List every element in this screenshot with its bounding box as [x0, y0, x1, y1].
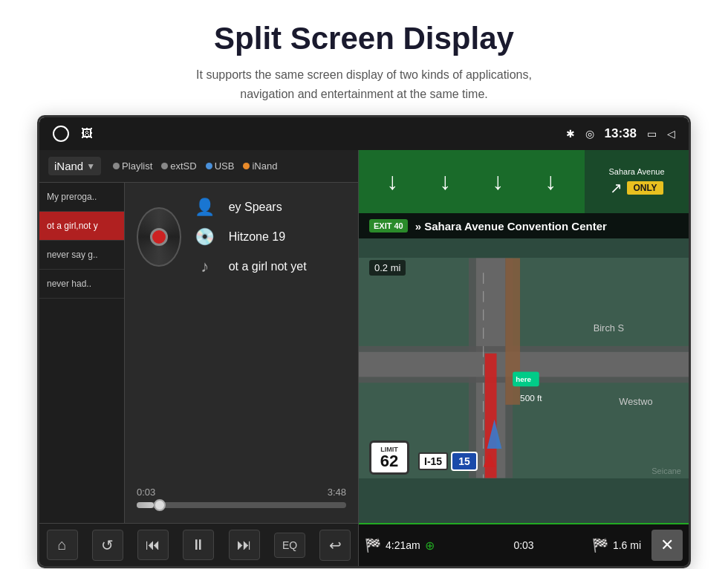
progress-times: 0:03 3:48 — [137, 487, 346, 498]
eq-button[interactable]: EQ — [274, 533, 305, 558]
page-header: Split Screen Display It supports the sam… — [0, 0, 728, 115]
track-info: 👤 ey Spears 💿 Hitzone 19 ♪ ot a girl not — [137, 198, 346, 276]
disc-icon: 💿 — [193, 227, 217, 247]
svg-text:Birch S: Birch S — [594, 322, 624, 334]
progress-area[interactable]: 0:03 3:48 — [137, 479, 346, 516]
highway-prefix: I-15 — [418, 452, 448, 470]
playlist-option[interactable]: Playlist — [113, 160, 152, 172]
media-panel: iNand ▼ Playlist extSD USB iNand — [39, 150, 359, 566]
circle-icon — [53, 126, 69, 142]
page-title: Split Screen Display — [30, 21, 698, 56]
extsd-option[interactable]: extSD — [161, 160, 196, 172]
clock-icon: ⊕ — [425, 539, 435, 553]
progress-fill — [137, 502, 154, 508]
track-details: 👤 ey Spears 💿 Hitzone 19 ♪ ot a girl not — [193, 198, 346, 276]
arrow-down-3: ↓ — [493, 168, 504, 195]
track-name: ot a girl not yet — [229, 260, 307, 273]
person-icon: 👤 — [193, 198, 217, 217]
sign-arrow-right: ↗ — [610, 179, 623, 197]
radio-dot-inand — [243, 163, 250, 169]
artist-row: 👤 ey Spears 💿 Hitzone 19 ♪ ot a girl not — [137, 198, 346, 276]
player-center: 👤 ey Spears 💿 Hitzone 19 ♪ ot a girl not — [125, 183, 358, 523]
arrow-down-2: ↓ — [440, 168, 452, 195]
arrow-down-4: ↓ — [545, 168, 557, 195]
time-current: 0:03 — [137, 487, 155, 498]
svg-text:here: here — [516, 375, 531, 383]
artist-info-row: 👤 ey Spears — [193, 198, 346, 217]
disc-center — [150, 228, 168, 246]
list-item[interactable]: never had.. — [39, 270, 124, 299]
exit-sign-area: EXIT 40 » Sahara Avenue Convention Cente… — [359, 213, 689, 238]
exit-badge: EXIT 40 — [369, 219, 408, 233]
highway-badge: I-15 15 — [418, 452, 478, 471]
source-label: iNand — [54, 160, 83, 172]
album-name: Hitzone 19 — [229, 230, 286, 244]
album-info-row: 💿 Hitzone 19 — [193, 227, 346, 247]
status-time: 13:38 — [605, 126, 637, 141]
page-subtitle: It supports the same screen display of t… — [30, 65, 698, 103]
artist-name: ey Spears — [229, 201, 282, 214]
distance-value: 0.2 mi — [374, 262, 400, 273]
playlist-area: My preroga.. ot a girl,not y never say g… — [39, 183, 358, 523]
back-icon: ◁ — [667, 128, 675, 140]
eta-time: 4:21am — [386, 539, 420, 551]
source-dropdown[interactable]: iNand ▼ — [48, 157, 101, 175]
progress-thumb[interactable] — [154, 499, 166, 511]
bluetooth-icon: ✱ — [566, 128, 575, 140]
inand-option[interactable]: iNand — [243, 160, 277, 172]
checkered-flag-icon-2: 🏁 — [592, 537, 608, 553]
progress-bar[interactable] — [137, 502, 346, 508]
home-button[interactable]: ⌂ — [47, 530, 78, 560]
radio-dot-extsd — [161, 163, 168, 169]
list-item[interactable]: never say g.. — [39, 241, 124, 270]
exit-destination: » Sahara Avenue Convention Center — [415, 220, 607, 233]
trip-dist-block: 🏁 1.6 mi ✕ — [576, 530, 683, 561]
repeat-button[interactable]: ↺ — [92, 530, 123, 561]
speed-limit-box: LIMIT 62 — [369, 440, 409, 475]
source-options: Playlist extSD USB iNand — [113, 160, 277, 172]
nav-bottom-bar: 🏁 4:21am ⊕ 0:03 🏁 1.6 mi ✕ — [359, 523, 689, 566]
source-bar: iNand ▼ Playlist extSD USB iNand — [39, 150, 358, 183]
trip-time-block: 0:03 — [471, 539, 577, 551]
trip-distance: 1.6 mi — [613, 539, 641, 551]
main-content: iNand ▼ Playlist extSD USB iNand — [39, 150, 689, 566]
location-icon: ◎ — [585, 128, 594, 140]
music-icon: ♪ — [193, 257, 217, 276]
green-sign: ↓ ↓ ↓ ↓ — [359, 150, 585, 213]
back-button[interactable]: ↩ — [319, 530, 351, 561]
image-icon: 🖼 — [81, 127, 93, 140]
nav-map: ↓ ↓ ↓ ↓ Sahara Avenue ↗ ONLY — [359, 150, 689, 523]
prev-button[interactable]: ⏮ — [137, 530, 169, 560]
list-item[interactable]: ot a girl,not y — [39, 212, 124, 241]
trip-time: 0:03 — [513, 539, 533, 551]
album-art — [137, 207, 181, 267]
nav-signs-top: ↓ ↓ ↓ ↓ Sahara Avenue ↗ ONLY — [359, 150, 689, 213]
distance-indicator: 0.2 mi — [369, 260, 406, 276]
svg-text:Westwo: Westwo — [619, 396, 652, 407]
pause-button[interactable]: ⏸ — [183, 530, 214, 560]
svg-text:500 ft: 500 ft — [520, 393, 542, 403]
speed-value: 62 — [371, 453, 407, 469]
playlist-list: My preroga.. ot a girl,not y never say g… — [39, 183, 125, 523]
next-button[interactable]: ⏭ — [229, 530, 260, 560]
radio-dot-usb — [206, 163, 212, 169]
status-left: 🖼 — [53, 126, 93, 142]
screen-icon: ▭ — [647, 128, 657, 140]
sign-sahara-text: Sahara Avenue — [608, 167, 664, 176]
arrow-down-1: ↓ — [387, 168, 399, 195]
eta-block: 🏁 4:21am ⊕ — [365, 537, 471, 553]
watermark: Seicane — [651, 466, 681, 475]
status-bar: 🖼 ✱ ◎ 13:38 ▭ ◁ — [39, 117, 689, 150]
list-item[interactable]: My preroga.. — [39, 183, 124, 212]
track-info-row: ♪ ot a girl not yet — [193, 257, 346, 276]
chevron-down-icon: ▼ — [86, 161, 95, 172]
device-frame: 🖼 ✱ ◎ 13:38 ▭ ◁ iNand ▼ Playlist — [37, 115, 691, 568]
sign-right: Sahara Avenue ↗ ONLY — [585, 150, 689, 213]
only-badge: ONLY — [627, 181, 663, 195]
radio-dot-playlist — [113, 163, 120, 169]
time-total: 3:48 — [328, 487, 346, 498]
usb-option[interactable]: USB — [206, 160, 235, 172]
nav-close-button[interactable]: ✕ — [651, 530, 683, 561]
status-right: ✱ ◎ 13:38 ▭ ◁ — [566, 126, 675, 141]
controls-bar: ⌂ ↺ ⏮ ⏸ ⏭ EQ ↩ — [39, 523, 358, 566]
